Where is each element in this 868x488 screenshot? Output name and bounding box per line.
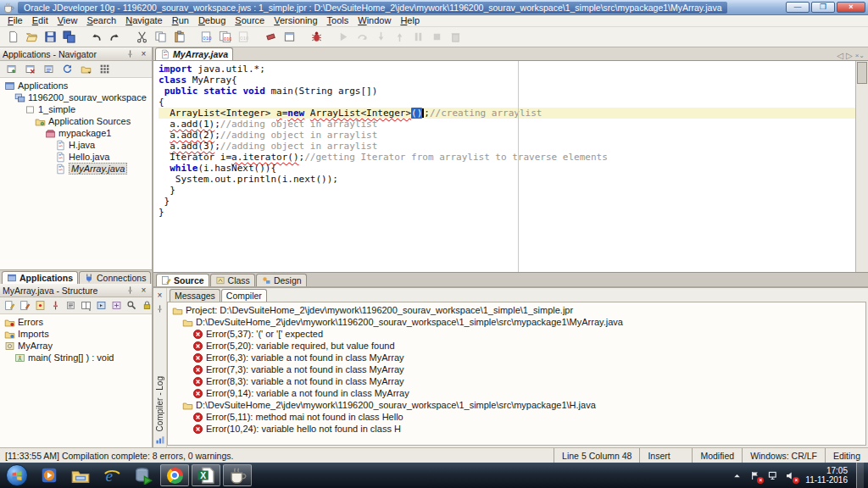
select-in-editor-button[interactable] [95,298,108,313]
step-out-button[interactable] [391,29,409,46]
structure-tree-item[interactable]: MyArray [2,340,152,352]
taskbar-explorer[interactable] [66,464,95,486]
menu-versioning[interactable]: Versioning [270,15,321,26]
code-line[interactable]: public static void main(String args[]) [159,86,855,97]
navigator-tree-item[interactable]: Applications [2,80,152,92]
terminate-button[interactable] [428,29,446,46]
structure-tree-item[interactable]: Errors [2,316,152,328]
code-line[interactable]: a.add(1);//adding object in arraylist [159,119,855,130]
code-line[interactable]: } [159,196,855,207]
navigator-tree-item[interactable]: H.java [2,139,152,151]
tab-source[interactable]: Source [156,274,209,286]
properties-button[interactable] [41,62,57,77]
lock-button[interactable] [141,298,153,313]
structure-tree-item[interactable]: main( String[] ) : void [2,352,152,363]
navigator-close-icon[interactable]: × [138,48,149,59]
navigator-tree-item[interactable]: 1_simple [2,103,152,115]
make-button[interactable]: 010 [198,29,215,46]
menu-navigate[interactable]: Navigate [121,15,166,26]
paste-button[interactable] [170,29,188,46]
tab-applications[interactable]: Applications [2,271,78,284]
copy-button[interactable] [152,29,170,46]
compiler-log-item[interactable]: Error(5,37): '(' or '[' expected [170,328,864,340]
compiler-log-item[interactable]: Error(5,11): method mai not found in cla… [170,411,864,423]
menu-tools[interactable]: Tools [323,15,353,26]
rebuild-button[interactable]: 010 [216,29,234,46]
menu-help[interactable]: Help [396,15,424,26]
new-file-button[interactable] [4,29,22,46]
cut-button[interactable] [133,29,151,46]
restore-button[interactable]: ❐ [811,2,835,13]
navigator-tree-item[interactable]: Application Sources [2,115,152,127]
usages-button[interactable] [110,298,123,313]
show-desktop-button[interactable] [856,463,864,488]
compiler-log-item[interactable]: D:\DevSuiteHome_2\jdev\mywork\1196200_so… [170,316,864,328]
redo-button[interactable] [106,29,124,46]
taskbar-media-player[interactable] [35,464,64,486]
menu-edit[interactable]: Edit [28,15,53,26]
log-close-icon[interactable]: × [154,290,165,301]
taskbar-jdeveloper[interactable] [223,464,252,486]
compiler-log-item[interactable]: Error(10,24): variable hello not found i… [170,423,864,435]
menu-search[interactable]: Search [82,15,120,26]
clean-button[interactable] [262,29,280,46]
navigator-tree-item[interactable]: 1196200_sourav_workspace [2,92,152,103]
menu-view[interactable]: View [53,15,82,26]
tray-action-center[interactable]: × [748,469,761,482]
tab-design[interactable]: Design [256,274,307,286]
editor-tab-myarray[interactable]: MyArray.java [155,47,233,60]
menu-source[interactable]: Source [231,15,269,26]
compiler-log-item[interactable]: Error(6,3): variable a not found in clas… [170,352,864,363]
remove-button[interactable] [22,62,38,77]
step-into-button[interactable] [372,29,390,46]
sort-by-type-button[interactable] [19,298,31,313]
tab-compiler[interactable]: Compiler [221,289,267,302]
tray-network[interactable] [766,469,779,482]
open-button[interactable] [23,29,41,46]
close-button[interactable]: × [837,2,865,13]
taskbar-database[interactable] [129,464,158,486]
code-line[interactable]: class MyArray{ [159,75,855,86]
prefs-button[interactable] [64,298,77,313]
tab-messages[interactable]: Messages [170,289,220,302]
menu-debug[interactable]: Debug [194,15,230,26]
structure-tree-item[interactable]: Imports [2,328,152,340]
code-line[interactable]: import java.util.*; [159,64,855,75]
collect-garbage-button[interactable] [447,29,465,46]
taskbar-excel[interactable]: X [192,464,220,486]
navigator-tree-item[interactable]: MyArray.java [2,163,152,175]
scrollbar-thumb[interactable] [857,62,867,84]
navigator-tree-item[interactable]: mypackage1 [2,127,152,139]
tray-tray-expand[interactable] [731,469,743,482]
code-editor[interactable]: import java.util.*;class MyArray{ public… [153,61,868,272]
new-window-button[interactable] [281,29,298,46]
code-area[interactable]: import java.util.*;class MyArray{ public… [153,61,855,272]
compiler-log-item[interactable]: Error(7,3): variable a not found in clas… [170,363,864,375]
split-button[interactable] [80,298,92,313]
code-line[interactable]: Iterator i=a.iterator();//getting Iterat… [159,152,855,163]
tab-scroll-left-icon[interactable]: ◁ [837,51,843,60]
new-application-button[interactable] [3,62,19,77]
pause-button[interactable] [409,29,427,46]
show-categories-button[interactable] [78,62,94,77]
refresh-button[interactable] [59,62,75,77]
taskbar-internet-explorer[interactable]: e [97,464,126,486]
start-button[interactable] [6,464,28,486]
menu-run[interactable]: Run [168,15,193,26]
code-line[interactable]: } [159,207,855,218]
code-line[interactable]: a.add(3);//adding object in arraylist [159,141,855,152]
menu-file[interactable]: File [3,15,27,26]
structure-pin-icon[interactable] [125,285,136,296]
compiler-log-item[interactable]: Error(5,20): variable required, but valu… [170,340,864,352]
tab-scroll-right-icon[interactable]: ▷ [846,51,853,60]
navigator-pin-icon[interactable] [125,48,136,59]
compiler-log-item[interactable]: Project: D:\DevSuiteHome_2\jdev\mywork\1… [170,304,864,316]
code-line[interactable]: while(i.hasNext()){ [159,163,855,174]
code-line[interactable]: } [159,185,855,196]
tab-class[interactable]: Class [210,274,255,286]
compiler-log-item[interactable]: Error(9,14): variable a not found in cla… [170,387,864,399]
undo-button[interactable] [87,29,105,46]
search-button[interactable] [125,298,138,313]
resume-button[interactable] [335,29,353,46]
tray-volume[interactable]: × [784,469,797,482]
